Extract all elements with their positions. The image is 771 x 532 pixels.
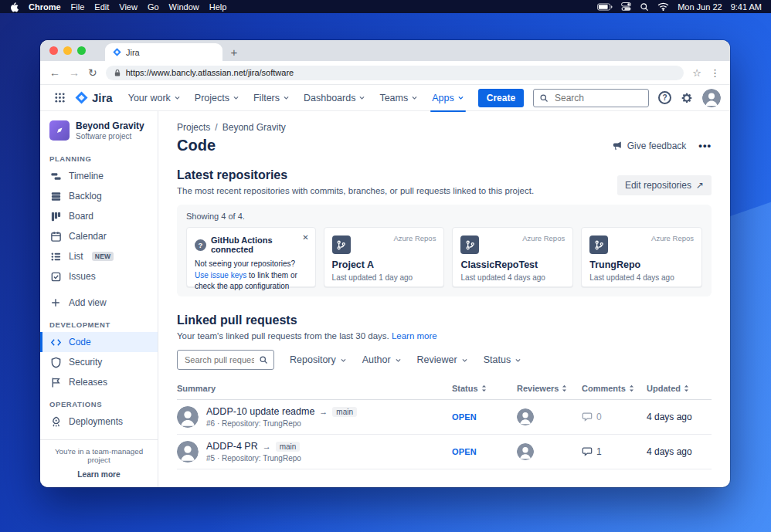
menubar-item-file[interactable]: File [71,2,85,12]
apple-logo-icon[interactable] [9,2,19,12]
prs-learn-more-link[interactable]: Learn more [392,331,437,341]
help-icon[interactable]: ? [658,91,671,104]
close-icon[interactable]: ✕ [302,233,308,242]
breadcrumb-project-name[interactable]: Beyond Gravity [222,122,286,133]
menubar-item-view[interactable]: View [119,2,138,12]
nav-filters[interactable]: Filters [247,87,296,109]
pr-search[interactable] [177,350,274,370]
board-icon [49,210,62,222]
new-tab-button[interactable]: + [226,43,243,60]
global-search[interactable] [533,89,649,107]
sidebar-section-planning: PLANNING [40,147,158,166]
menubar-item-help[interactable]: Help [209,2,227,12]
column-label: Updated [647,384,681,393]
sidebar-item-code[interactable]: Code [40,332,158,352]
bookmark-star-icon[interactable]: ☆ [692,67,701,79]
arrow-right-icon: → [319,407,328,416]
repo-card[interactable]: Azure Repos Project A Last updated 1 day… [324,227,445,287]
code-icon [49,336,62,348]
issue-keys-link[interactable]: Use issue keys [195,271,246,280]
repository-icon [332,236,351,254]
menubar-item-edit[interactable]: Edit [94,2,109,12]
reload-button[interactable]: ↻ [88,67,97,78]
sidebar-item-deployments[interactable]: Deployments [40,412,158,432]
filter-author[interactable]: Author [362,354,402,365]
repo-name[interactable]: ClassicRepoTest [460,259,565,270]
repo-card[interactable]: Azure Repos TrungRepo Last updated 4 day… [581,227,702,287]
minimize-window-button[interactable] [63,46,72,55]
browser-menu-icon[interactable]: ⋮ [710,67,721,79]
macos-menubar: Chrome File Edit View Go Window Help Mon… [0,0,771,13]
edit-repositories-button[interactable]: Edit repositories ↗ [617,175,712,195]
filter-repository[interactable]: Repository [290,354,347,365]
menubar-time[interactable]: 9:41 AM [731,2,762,12]
comment-count: 0 [596,412,602,422]
wifi-icon[interactable] [657,2,669,11]
menubar-item-window[interactable]: Window [169,2,199,12]
back-button[interactable]: ← [49,67,60,78]
sidebar-item-issues[interactable]: Issues [40,266,158,286]
app-switcher-icon[interactable] [49,89,70,107]
battery-icon[interactable] [597,3,613,11]
sidebar-item-timeline[interactable]: Timeline [40,166,158,186]
sidebar-add-view[interactable]: Add view [40,293,158,313]
column-summary: Summary [177,384,452,393]
sidebar-item-releases[interactable]: Releases [40,372,158,392]
browser-tabstrip: Jira + [40,40,730,61]
jira-favicon [113,48,121,56]
sidebar-item-calendar[interactable]: Calendar [40,226,158,246]
nav-apps[interactable]: Apps [426,87,470,109]
control-center-icon[interactable] [621,2,631,11]
repo-name[interactable]: Project A [332,259,436,270]
github-actions-card: ? GitHub Actions connected ✕ Not seeing … [186,227,316,287]
sidebar-item-backlog[interactable]: Backlog [40,186,158,206]
give-feedback-button[interactable]: Give feedback [612,141,687,151]
nav-your-work[interactable]: Your work [122,87,187,109]
sidebar-item-security[interactable]: Security [40,352,158,372]
nav-projects[interactable]: Projects [189,87,246,109]
project-sidebar: Beyond Gravity Software project PLANNING… [40,111,158,487]
filter-status[interactable]: Status [484,354,521,365]
sidebar-item-list[interactable]: List NEW [40,246,158,266]
nav-teams[interactable]: Teams [373,87,424,109]
pr-row[interactable]: ADDP-4 PR → main #5 · Repository: TrungR… [177,435,712,469]
nav-dashboards[interactable]: Dashboards [297,87,372,109]
pr-meta: #6 · Repository: TrungRepo [206,419,357,428]
menubar-item-go[interactable]: Go [148,2,159,12]
issues-icon [49,270,62,283]
address-bar[interactable]: https://www.bancly.atlassian.net/jira/so… [106,66,684,80]
sidebar-item-label: List [69,251,83,262]
breadcrumb-projects[interactable]: Projects [177,122,210,133]
column-status[interactable]: Status [452,384,517,393]
repo-name[interactable]: TrungRepo [589,259,694,270]
close-window-button[interactable] [49,46,58,55]
column-reviewers[interactable]: Reviewers [517,384,582,393]
zoom-window-button[interactable] [77,46,86,55]
project-header[interactable]: Beyond Gravity Software project [40,120,158,147]
browser-tab-jira[interactable]: Jira [105,43,222,61]
pr-search-input[interactable] [183,354,256,365]
user-avatar[interactable] [702,89,721,107]
sidebar-item-board[interactable]: Board [40,206,158,226]
pr-title[interactable]: ADDP-4 PR [206,441,258,452]
forward-button[interactable]: → [69,67,80,78]
pr-row[interactable]: ADDP-10 update readme → main #6 · Reposi… [177,400,712,435]
sidebar-section-development: DEVELOPMENT [40,313,158,332]
repo-card[interactable]: Azure Repos ClassicRepoTest Last updated… [452,227,573,287]
spotlight-search-icon[interactable] [640,2,649,12]
repos-heading: Latest repositories [177,168,534,182]
jira-logo[interactable]: Jira [75,91,113,104]
filter-reviewer[interactable]: Reviewer [417,354,468,365]
sidebar-footer: You're in a team-managed project Learn m… [40,439,158,487]
global-search-input[interactable] [553,92,643,104]
branch-badge: main [276,442,301,452]
column-comments[interactable]: Comments [582,384,647,393]
more-actions-icon[interactable]: ••• [698,140,712,151]
create-button[interactable]: Create [478,89,524,107]
learn-more-link[interactable]: Learn more [46,470,151,479]
column-updated[interactable]: Updated [647,384,712,393]
settings-gear-icon[interactable] [681,92,693,104]
pr-title[interactable]: ADDP-10 update readme [206,406,314,417]
menubar-date[interactable]: Mon Jun 22 [678,2,722,12]
menubar-app-name[interactable]: Chrome [29,2,61,12]
